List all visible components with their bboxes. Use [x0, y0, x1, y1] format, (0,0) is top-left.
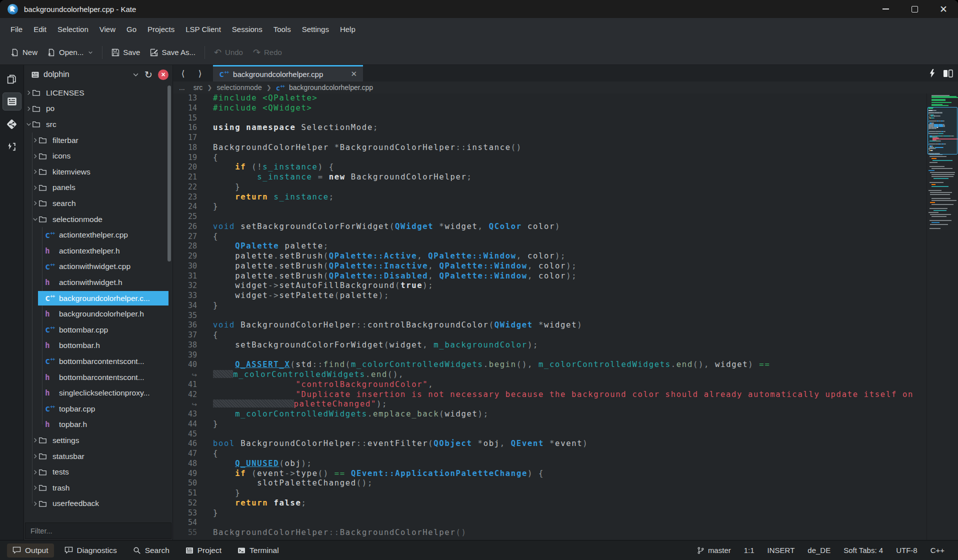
toolview-button-terminal[interactable]: Terminal: [232, 544, 284, 558]
code-line[interactable]: 37{: [173, 330, 926, 340]
input-mode-status[interactable]: INSERT: [761, 546, 802, 554]
code-line[interactable]: 16using namespace SelectionMode;: [173, 123, 926, 133]
tree-item-topbar-h[interactable]: htopbar.h: [24, 417, 172, 433]
tree-item-actionwithwidget-h[interactable]: hactionwithwidget.h: [24, 274, 172, 290]
code-line[interactable]: 21 s_instance = new BackgroundColorHelpe…: [173, 172, 926, 182]
code-line[interactable]: 26void setBackgroundColorForWidget(QWidg…: [173, 222, 926, 232]
tree-item-licenses[interactable]: LICENSES: [24, 85, 172, 101]
redo-button[interactable]: ↷ Redo: [248, 45, 287, 60]
tree-item-bottombar-h[interactable]: hbottombar.h: [24, 338, 172, 354]
code-line[interactable]: 54: [173, 518, 926, 528]
code-line[interactable]: 25: [173, 212, 926, 222]
save-button[interactable]: Save: [106, 45, 145, 60]
tree-item-actionwithwidget-cpp[interactable]: c++actionwithwidget.cpp: [24, 259, 172, 275]
toolview-button-output[interactable]: Output: [7, 544, 54, 558]
tree-item-icons[interactable]: icons: [24, 148, 172, 164]
lsp-client-toolview-button[interactable]: [2, 138, 22, 156]
code-line[interactable]: 46bool BackgroundColorHelper::eventFilte…: [173, 439, 926, 449]
code-line[interactable]: 49 if (event->type() == QEvent::Applicat…: [173, 469, 926, 479]
code-line[interactable]: 13#include <QPalette>: [173, 94, 926, 104]
project-selector-chevron-icon[interactable]: [132, 72, 139, 78]
breadcrumb-item-src[interactable]: src: [194, 84, 203, 92]
minimize-button[interactable]: [871, 0, 900, 18]
menu-view[interactable]: View: [94, 22, 121, 36]
save-as-button[interactable]: Save As...: [145, 45, 200, 60]
code-line[interactable]: 36void BackgroundColorHelper::controlBac…: [173, 320, 926, 330]
code-line[interactable]: 52 return false;: [173, 498, 926, 508]
breadcrumb-item-file[interactable]: backgroundcolorhelper.cpp: [289, 84, 373, 92]
tree-item-search[interactable]: search: [24, 196, 172, 212]
menu-go[interactable]: Go: [121, 22, 142, 36]
code-line[interactable]: 33 widget->setPalette(palette);: [173, 291, 926, 301]
tree-filter-input[interactable]: Filter...: [25, 522, 172, 539]
tab-nav-back-button[interactable]: ⟨: [175, 65, 191, 82]
code-line[interactable]: 22 }: [173, 182, 926, 192]
code-line[interactable]: 41 "controlBackgroundColor",: [173, 380, 926, 390]
minimap-viewport[interactable]: [928, 107, 958, 154]
tree-collapse-chevron[interactable]: [26, 106, 32, 112]
split-view-icon[interactable]: [943, 70, 953, 78]
code-line[interactable]: 45: [173, 430, 926, 440]
toolview-button-diagnostics[interactable]: Diagnostics: [59, 544, 122, 558]
tab-close-icon[interactable]: ✕: [350, 70, 357, 78]
cursor-position-status[interactable]: 1:1: [738, 546, 761, 554]
code-line[interactable]: 40 Q_ASSERT_X(std::find(m_colorControlle…: [173, 360, 926, 370]
code-line[interactable]: 38 setBackgroundColorForWidget(widget, m…: [173, 340, 926, 350]
tree-item-backgroundcolorhelper-h[interactable]: hbackgroundcolorhelper.h: [24, 306, 172, 322]
code-line[interactable]: 39: [173, 350, 926, 360]
tree-item-filterbar[interactable]: filterbar: [24, 132, 172, 148]
tree-collapse-chevron[interactable]: [32, 470, 38, 475]
dictionary-status[interactable]: de_DE: [801, 546, 837, 554]
tree-item-settings[interactable]: settings: [24, 432, 172, 448]
code-line[interactable]: 51 }: [173, 488, 926, 498]
tree-item-trash[interactable]: trash: [24, 480, 172, 496]
code-line[interactable]: 32 widget->setAutoFillBackground(true);: [173, 281, 926, 291]
code-line[interactable]: 47{: [173, 449, 926, 459]
tree-item-po[interactable]: po: [24, 101, 172, 117]
tree-collapse-chevron[interactable]: [32, 454, 38, 459]
tree-item-userfeedback[interactable]: userfeedback: [24, 496, 172, 512]
code-line[interactable]: 14#include <QWidget>: [173, 104, 926, 114]
open-button[interactable]: Open...: [42, 45, 98, 60]
tree-item-bottombarcontentscont[interactable]: hbottombarcontentscont...: [24, 370, 172, 386]
code-line[interactable]: 29 palette.setBrush(QPalette::Active, QP…: [173, 252, 926, 262]
code-line[interactable]: 42 "Duplicate insertion is not necessary…: [173, 390, 926, 400]
code-line[interactable]: 48 Q_UNUSED(obj);: [173, 459, 926, 469]
close-project-button[interactable]: ×: [158, 70, 168, 80]
tree-item-src[interactable]: src: [24, 116, 172, 132]
code-line[interactable]: 43 m_colorControlledWidgets.emplace_back…: [173, 410, 926, 420]
chevron-down-icon[interactable]: [88, 50, 93, 55]
tree-item-panels[interactable]: panels: [24, 180, 172, 196]
tree-collapse-chevron[interactable]: [32, 154, 38, 159]
code-line[interactable]: 23 return s_instance;: [173, 192, 926, 202]
menu-lsp-client[interactable]: LSP Client: [180, 22, 226, 36]
tree-item-statusbar[interactable]: statusbar: [24, 448, 172, 464]
menu-settings[interactable]: Settings: [296, 22, 334, 36]
code-line[interactable]: 20 if (!s_instance) {: [173, 162, 926, 172]
menu-projects[interactable]: Projects: [142, 22, 180, 36]
tree-collapse-chevron[interactable]: [26, 90, 32, 96]
code-editor[interactable]: 13#include <QPalette>14#include <QWidget…: [173, 94, 926, 540]
close-button[interactable]: ✕: [929, 0, 958, 18]
maximize-button[interactable]: [900, 0, 929, 18]
breadcrumb-item-selectionmode[interactable]: selectionmode: [216, 84, 262, 92]
menu-edit[interactable]: Edit: [28, 22, 52, 36]
git-branch-status[interactable]: master: [690, 546, 738, 554]
quick-open-bolt-icon[interactable]: [930, 69, 935, 78]
menu-help[interactable]: Help: [334, 22, 361, 36]
encoding-status[interactable]: UTF-8: [890, 546, 924, 554]
code-line[interactable]: 55BackgroundColorHelper::BackgroundColor…: [173, 528, 926, 538]
git-toolview-button[interactable]: [2, 115, 22, 133]
code-wrapped-row[interactable]: ↪m_colorControlledWidgets.end(),: [173, 370, 926, 380]
code-line[interactable]: 44}: [173, 420, 926, 430]
code-line[interactable]: 30 palette.setBrush(QPalette::Inactive, …: [173, 262, 926, 272]
code-line[interactable]: 35: [173, 311, 926, 321]
tree-collapse-chevron[interactable]: [32, 138, 38, 143]
undo-button[interactable]: ↶ Undo: [209, 45, 248, 60]
menu-tools[interactable]: Tools: [268, 22, 296, 36]
documents-toolview-button[interactable]: [2, 70, 22, 88]
tree-collapse-chevron[interactable]: [32, 485, 38, 490]
breadcrumb-root[interactable]: ...: [179, 84, 185, 92]
tree-item-kitemviews[interactable]: kitemviews: [24, 164, 172, 180]
tree-collapse-chevron[interactable]: [32, 438, 38, 443]
